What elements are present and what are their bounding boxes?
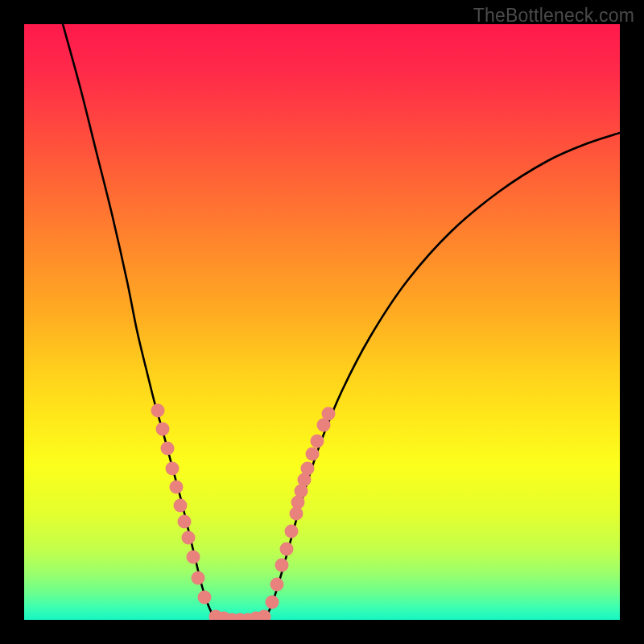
right-branch-curve	[266, 133, 620, 618]
sample-dot	[161, 442, 175, 456]
sample-dot	[311, 435, 324, 448]
curve-layer	[24, 24, 620, 620]
sample-dot	[285, 525, 299, 539]
sample-dot	[174, 499, 188, 513]
sample-dot	[270, 578, 284, 592]
sample-dot	[192, 572, 205, 585]
sample-dot	[266, 596, 279, 609]
sample-dot	[275, 559, 289, 572]
plot-area	[24, 24, 620, 620]
sample-dot	[166, 462, 180, 476]
sample-dot	[187, 551, 200, 564]
sample-dots	[151, 404, 336, 621]
sample-dot	[178, 515, 192, 529]
sample-dot	[306, 448, 320, 461]
sample-dot	[170, 481, 184, 494]
sample-dot	[198, 591, 212, 605]
sample-dot	[322, 407, 336, 421]
watermark-text: TheBottleneck.com	[473, 5, 634, 27]
chart-frame: TheBottleneck.com	[0, 0, 644, 644]
sample-dot	[151, 404, 165, 418]
sample-dot	[182, 531, 196, 545]
sample-dot	[301, 462, 315, 476]
sample-dot	[280, 543, 294, 556]
left-branch-curve	[63, 24, 214, 618]
sample-dot	[156, 423, 170, 436]
